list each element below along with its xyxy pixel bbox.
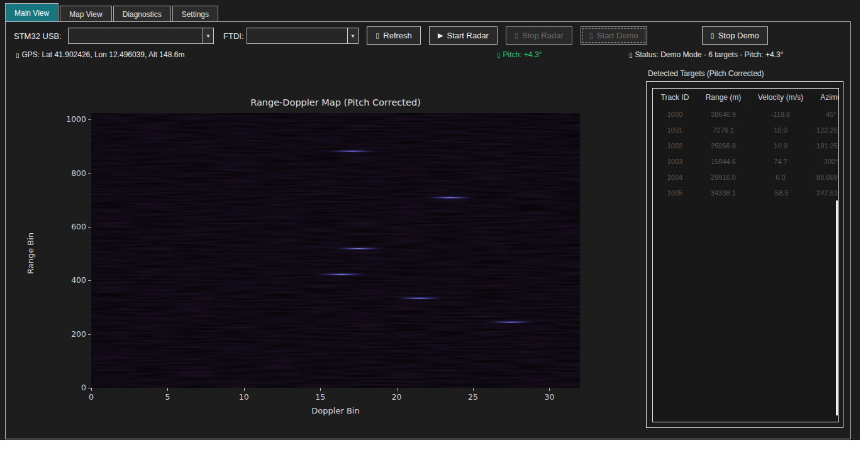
stop-radar-button[interactable]: ▯Stop Radar <box>506 26 572 45</box>
target-echo-streak <box>330 247 387 250</box>
y-tick-mark <box>88 334 91 335</box>
stm32-port-value <box>69 28 203 43</box>
targets-table: Track IDRange (m)Velocity (m/s)Azimu 100… <box>652 88 839 422</box>
x-tick-mark <box>473 388 474 391</box>
x-tick-label: 0 <box>79 392 104 402</box>
button-label: Refresh <box>383 31 412 40</box>
cell-1: 34338.1 <box>697 189 750 197</box>
table-row[interactable]: 100038646.9-118.645° <box>653 106 838 122</box>
tab-map-view[interactable]: Map View <box>60 6 111 22</box>
y-tick-mark <box>88 280 91 281</box>
stm32-usb-label: STM32 USB: <box>14 31 62 41</box>
x-tick-label: 15 <box>308 392 333 402</box>
cell-2: 74.7 <box>750 158 811 165</box>
y-tick-label: 800 <box>56 168 86 178</box>
noise-texture <box>91 113 580 388</box>
x-tick-label: 25 <box>460 392 486 402</box>
column-header-0[interactable]: Track ID <box>653 93 697 102</box>
demo-status-text: ▯Status: Demo Mode - 6 targets - Pitch: … <box>629 50 783 59</box>
pitch-status-text: ▯Pitch: +4.3° <box>497 50 542 59</box>
plot-title: Range-Doppler Map (Pitch Corrected) <box>91 97 580 107</box>
tab-bar: Main ViewMap ViewDiagnosticsSettings <box>5 3 218 22</box>
cell-3: 191.2552 <box>811 142 839 150</box>
gps-icon: ▯ <box>16 52 19 58</box>
status-icon: ▯ <box>629 52 633 58</box>
cell-1: 7276.1 <box>697 126 750 134</box>
table-row[interactable]: 100315844.674.7300° <box>653 153 838 169</box>
placeholder-box-icon: ▯ <box>589 32 593 39</box>
table-header: Track IDRange (m)Velocity (m/s)Azimu <box>653 89 838 106</box>
start-demo-button[interactable]: ▯Start Demo <box>581 26 647 45</box>
tab-main-view[interactable]: Main View <box>5 3 58 22</box>
app-window: Main ViewMap ViewDiagnosticsSettings STM… <box>0 0 860 440</box>
target-echo-streak <box>483 321 540 324</box>
cell-1: 15844.6 <box>697 158 750 165</box>
x-tick-mark <box>244 388 245 391</box>
y-tick-mark <box>88 227 91 228</box>
cell-3: 122.2510 <box>811 126 839 134</box>
stm32-port-combobox[interactable]: ▼ <box>68 28 214 44</box>
target-echo-streak <box>324 150 381 153</box>
gps-status-text: ▯GPS: Lat 41.902426, Lon 12.496039, Alt … <box>16 50 184 59</box>
chevron-down-icon[interactable]: ▼ <box>203 28 213 43</box>
button-label: Start Demo <box>597 31 638 40</box>
tab-diagnostics[interactable]: Diagnostics <box>113 6 171 22</box>
tab-settings[interactable]: Settings <box>172 6 218 22</box>
cell-0: 1001 <box>653 126 697 134</box>
placeholder-box-icon: ▯ <box>515 32 518 39</box>
target-echo-streak <box>313 273 370 276</box>
cell-0: 1000 <box>653 111 697 118</box>
x-tick-mark <box>320 388 321 391</box>
cell-0: 1005 <box>653 189 697 197</box>
x-tick-mark <box>549 388 550 391</box>
y-tick-mark <box>88 173 91 174</box>
x-tick-mark <box>167 388 168 391</box>
refresh-button[interactable]: ▯Refresh <box>367 26 421 45</box>
cell-0: 1003 <box>653 158 697 165</box>
x-tick-mark <box>91 388 92 391</box>
column-header-3[interactable]: Azimu <box>811 93 839 102</box>
ftdi-port-value <box>247 28 347 43</box>
targets-panel-title: Detected Targets (Pitch Corrected) <box>648 69 764 78</box>
x-tick-label: 5 <box>155 392 180 402</box>
placeholder-box-icon: ▯ <box>376 32 379 39</box>
y-tick-mark <box>88 119 91 120</box>
button-label: Stop Demo <box>718 31 759 40</box>
cell-1: 29916.0 <box>697 173 750 181</box>
plot-x-axis-label: Doppler Bin <box>91 406 580 415</box>
x-tick-label: 30 <box>537 392 562 402</box>
x-tick-label: 20 <box>384 392 409 402</box>
button-label: Stop Radar <box>522 31 564 40</box>
start-radar-button[interactable]: ▶Start Radar <box>429 26 498 45</box>
y-tick-label: 400 <box>56 275 86 285</box>
range-doppler-heatmap <box>91 113 580 388</box>
cell-2: 10.0 <box>750 126 811 134</box>
table-row[interactable]: 10017276.110.0122.2510 <box>653 122 838 138</box>
ftdi-label: FTDI: <box>223 31 244 41</box>
cell-2: 10.9 <box>750 142 811 150</box>
table-body: 100038646.9-118.645°10017276.110.0122.25… <box>653 106 838 200</box>
table-row[interactable]: 100534338.1-58.5247.5104 <box>653 185 838 200</box>
table-scrollbar-thumb[interactable] <box>836 200 838 415</box>
cell-3: 45° <box>811 111 839 118</box>
y-tick-label: 200 <box>56 329 86 339</box>
column-header-2[interactable]: Velocity (m/s) <box>750 93 811 102</box>
y-tick-label: 0 <box>56 383 86 392</box>
target-echo-streak <box>422 196 479 199</box>
table-row[interactable]: 100429916.06.088.66998 <box>653 169 838 185</box>
x-tick-label: 10 <box>231 392 257 402</box>
cell-0: 1004 <box>653 173 697 181</box>
y-tick-label: 600 <box>56 222 86 231</box>
chevron-down-icon[interactable]: ▼ <box>347 28 358 43</box>
plot-y-axis-label: Range Bin <box>26 233 35 274</box>
y-tick-label: 1000 <box>56 114 86 124</box>
plot-axes: 02004006008001000051015202530 <box>91 113 580 388</box>
ftdi-port-combobox[interactable]: ▼ <box>247 28 359 44</box>
column-header-1[interactable]: Range (m) <box>697 93 750 102</box>
button-label: Start Radar <box>447 31 488 40</box>
cell-1: 25056.8 <box>697 142 750 150</box>
stop-demo-button[interactable]: ▯Stop Demo <box>702 26 768 45</box>
cell-3: 247.5104 <box>811 189 839 197</box>
play-icon: ▶ <box>438 32 443 39</box>
table-row[interactable]: 100225056.810.9191.2552 <box>653 138 838 153</box>
